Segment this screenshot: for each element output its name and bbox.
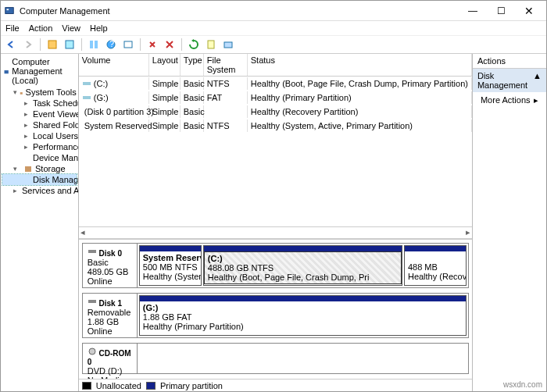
tree-performance[interactable]: ▸Performance (2, 141, 77, 152)
toolbar-icon-5[interactable] (145, 37, 159, 52)
cell: Healthy (Boot, Page File, Crash Dump, Pr… (248, 77, 472, 90)
actions-more[interactable]: More Actions▸ (473, 92, 546, 109)
tree-item-label: Local Users and Groups (33, 131, 79, 141)
tree-item-label: Performance (33, 142, 79, 151)
volume-row[interactable]: System Reserved Simple Basic NTFS Health… (79, 119, 472, 133)
tree-system-tools[interactable]: ▾System Tools (2, 87, 77, 98)
cdrom-icon (88, 347, 97, 356)
close-button[interactable]: ✕ (515, 2, 543, 20)
tree-local-users[interactable]: ▸Local Users and Groups (2, 130, 77, 141)
disk-icon (88, 297, 97, 306)
drive-icon (82, 93, 91, 102)
col-type[interactable]: Type (181, 54, 204, 76)
content-pane: Volume Layout Type File System Status (C… (79, 54, 473, 391)
toolbar: ? (1, 35, 546, 54)
disk-1[interactable]: Disk 1 Removable 1.88 GB Online (G:)1.88… (82, 293, 469, 338)
toolbar-icon-1[interactable] (45, 37, 59, 52)
partition-system-reserved[interactable]: System Reserved500 MB NTFSHealthy (Syste… (139, 245, 202, 286)
volume-row[interactable]: (C:) Simple Basic NTFS Healthy (Boot, Pa… (79, 77, 472, 91)
tree-services[interactable]: ▸Services and Applications (2, 185, 77, 196)
actions-selected[interactable]: Disk Management▲ (473, 69, 546, 92)
tree-pane: Computer Management (Local) ▾System Tool… (1, 54, 79, 391)
toolbar-icon-4[interactable] (121, 37, 135, 52)
disk-meta: Disk 0 Basic 489.05 GB Online (83, 244, 138, 287)
menu-action[interactable]: Action (29, 23, 53, 33)
caret-up-icon: ▲ (533, 71, 542, 90)
partition-g[interactable]: (G:)1.88 GB FATHealthy (Primary Partitio… (139, 295, 467, 336)
svg-rect-27 (88, 250, 96, 253)
col-filesystem[interactable]: File System (204, 54, 248, 76)
volume-list: (C:) Simple Basic NTFS Healthy (Boot, Pa… (79, 77, 472, 226)
toolbar-icon-3[interactable] (87, 37, 101, 52)
tree-item-label: Device Manager (33, 153, 79, 162)
cell: Simple (149, 91, 181, 104)
drive-icon (82, 79, 91, 88)
cell: Simple (149, 119, 181, 132)
tree-storage[interactable]: ▾Storage (2, 163, 77, 174)
tree-task-scheduler[interactable]: ▸Task Scheduler (2, 98, 77, 109)
delete-icon[interactable] (163, 37, 177, 52)
menu-help[interactable]: Help (90, 23, 108, 33)
svg-rect-24 (83, 96, 91, 99)
cdrom-0[interactable]: CD-ROM 0 DVD (D:) No Media (82, 343, 469, 374)
refresh-icon[interactable] (187, 37, 201, 52)
svg-point-29 (89, 348, 95, 355)
help-icon[interactable]: ? (104, 37, 118, 52)
disk-0[interactable]: Disk 0 Basic 489.05 GB Online System Res… (82, 243, 469, 288)
partition-c[interactable]: (C:)488.08 GB NTFSHealthy (Boot, Page Fi… (203, 245, 402, 286)
forward-button[interactable] (21, 37, 35, 52)
window-title: Computer Management (20, 6, 459, 16)
svg-rect-12 (20, 93, 23, 95)
svg-rect-10 (224, 42, 232, 48)
cell: System Reserved (84, 121, 152, 130)
minimize-button[interactable]: — (459, 2, 487, 20)
menubar: File Action View Help (1, 21, 546, 35)
disk-icon (88, 247, 97, 256)
tree-root[interactable]: Computer Management (Local) (2, 55, 77, 87)
tree-shared-folders[interactable]: ▸Shared Folders (2, 119, 77, 130)
menu-view[interactable]: View (62, 23, 80, 33)
menu-file[interactable]: File (5, 23, 20, 33)
col-layout[interactable]: Layout (149, 54, 181, 76)
svg-rect-8 (124, 41, 132, 48)
disk-graphic-pane: Disk 0 Basic 489.05 GB Online System Res… (79, 239, 472, 379)
cell: Simple (149, 77, 181, 90)
tree-event-viewer[interactable]: ▸Event Viewer (2, 109, 77, 119)
toolbar-sep (81, 38, 82, 51)
horizontal-scrollbar[interactable]: ◂▸ (79, 226, 472, 239)
tree-device-manager[interactable]: ▸Device Manager (2, 152, 77, 163)
svg-rect-4 (90, 41, 93, 48)
toolbar-icon-7[interactable] (221, 37, 235, 52)
chevron-right-icon: ▸ (534, 95, 538, 105)
cell: FAT (204, 91, 248, 104)
svg-rect-20 (25, 166, 31, 172)
tree-disk-management[interactable]: ▸Disk Management (2, 174, 77, 185)
cell: Basic (181, 91, 204, 104)
cell: (Disk 0 partition 3) (84, 107, 154, 116)
disk-meta: Disk 1 Removable 1.88 GB Online (83, 294, 138, 337)
svg-rect-23 (83, 82, 91, 85)
svg-rect-11 (5, 70, 9, 73)
col-status[interactable]: Status (248, 54, 472, 76)
cell: Healthy (System, Active, Primary Partiti… (248, 119, 472, 132)
toolbar-icon-2[interactable] (63, 37, 77, 52)
cell: NTFS (204, 119, 248, 132)
svg-rect-28 (88, 300, 96, 303)
legend-label: Unallocated (96, 381, 141, 390)
toolbar-sep (140, 38, 141, 51)
cell: Basic (181, 77, 204, 90)
svg-rect-2 (48, 41, 56, 48)
cell: (G:) (94, 93, 109, 102)
watermark: wsxdn.com (503, 380, 542, 389)
cell: (C:) (94, 79, 108, 88)
maximize-button[interactable]: ☐ (487, 2, 515, 20)
toolbar-icon-6[interactable] (204, 37, 218, 52)
volume-row[interactable]: (Disk 0 partition 3) Simple Basic Health… (79, 105, 472, 119)
cell: NTFS (204, 77, 248, 90)
col-volume[interactable]: Volume (79, 54, 149, 76)
volume-row[interactable]: (G:) Simple Basic FAT Healthy (Primary P… (79, 91, 472, 105)
partition-recovery[interactable]: 488 MBHealthy (Recovery (404, 245, 467, 286)
back-button[interactable] (4, 37, 18, 52)
tree-item-label: System Tools (26, 87, 77, 97)
legend-swatch-primary (146, 382, 156, 390)
